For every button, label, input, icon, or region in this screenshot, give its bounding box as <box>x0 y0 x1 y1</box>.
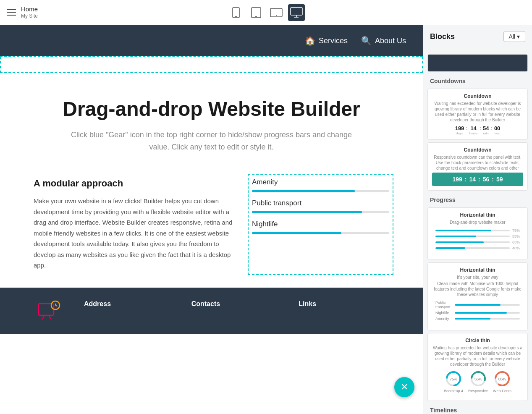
svg-line-11 <box>49 315 51 320</box>
footer-logo-icon <box>38 300 63 321</box>
content-section: A modular approach Make your own website… <box>0 161 423 288</box>
nav-about-label: About Us <box>375 37 406 45</box>
site-nav: 🏠 Services 🔍 About Us <box>0 25 423 56</box>
amenity-bar-fill-1 <box>252 211 362 213</box>
progress2-preview: Public transport Nightlife Amenity <box>432 297 523 326</box>
amenity-label-0: Amenity <box>252 178 389 186</box>
circle-label-webfonts: Web-Fonts <box>493 389 511 393</box>
right-panel: Blocks All ▾ Countdowns Countdown Waitin… <box>423 25 532 414</box>
all-filter-button[interactable]: All ▾ <box>503 31 525 42</box>
amenity-bar-fill-2 <box>252 232 341 234</box>
circle-responsive: 55% Responsive <box>468 370 488 393</box>
hero-subtitle[interactable]: Click blue "Gear" icon in the top right … <box>65 129 359 153</box>
device-desktop[interactable] <box>288 4 305 21</box>
progress2-desc: It's your site, your way <box>432 275 523 280</box>
svg-rect-6 <box>291 8 302 15</box>
section-title-countdowns: Countdowns <box>423 74 532 86</box>
countdown2-numbers: 199:14:56:59 <box>432 173 523 186</box>
svg-text:55%: 55% <box>474 377 482 381</box>
top-bar-left: Home My Site <box>7 5 74 19</box>
footer-section: Address Contacts Links <box>0 288 423 334</box>
progress1-preview: 75% 55% 65% 40% <box>432 225 523 255</box>
amenity-bar-bg-0 <box>252 190 389 192</box>
hero-section: Drag-and-drop Website Builder Click blue… <box>0 73 423 161</box>
progress2-subdesc: Clean made with Mobirise with 1000 helpf… <box>432 281 523 297</box>
progress2-title: Horizontal thin <box>432 267 523 273</box>
hero-title[interactable]: Drag-and-drop Website Builder <box>34 98 389 121</box>
section-title-progress: Progress <box>423 193 532 205</box>
nav-item-about[interactable]: 🔍 About Us <box>361 36 406 46</box>
block-card-progress2[interactable]: Horizontal thin It's your site, your way… <box>427 262 528 330</box>
countdown1-numbers: 199days : 14hours : 54min : 00sec <box>432 125 523 135</box>
dashed-top-section <box>0 56 423 73</box>
countdown2-desc: Responsive countdown can the panel with … <box>432 155 523 171</box>
my-site-label: My Site <box>21 13 38 19</box>
amenity-label-2: Nightlife <box>252 220 389 228</box>
amenity-item-0: Amenity <box>252 178 389 192</box>
circle-label-bootstrap: Bootstrap 4 <box>444 389 463 393</box>
countdown1-desc: Waiting has exceeded for website develop… <box>432 101 523 123</box>
footer-address-title: Address <box>84 300 175 308</box>
amenity-bar-fill-0 <box>252 190 355 192</box>
footer-col-links: Links <box>299 300 389 321</box>
block-card-top-hidden[interactable] <box>427 54 528 72</box>
device-tablet-landscape[interactable] <box>268 4 285 21</box>
svg-text:85%: 85% <box>498 377 506 381</box>
footer-links-title: Links <box>299 300 389 308</box>
nav-services-label: Services <box>319 37 348 45</box>
amenity-item-2: Nightlife <box>252 220 389 234</box>
main-layout: 🏠 Services 🔍 About Us Drag-and-drop Webs… <box>0 25 532 414</box>
blocks-title: Blocks <box>430 32 455 41</box>
countdown2-title: Countdown <box>432 147 523 153</box>
device-tablet[interactable] <box>248 4 265 21</box>
device-mobile[interactable] <box>228 4 244 21</box>
home-label: Home <box>21 5 38 13</box>
close-fab-button[interactable]: ✕ <box>394 377 414 397</box>
svg-text:75%: 75% <box>450 377 457 381</box>
hamburger-menu[interactable] <box>7 9 16 16</box>
footer-col-contacts: Contacts <box>191 300 282 321</box>
home-icon: 🏠 <box>305 36 315 46</box>
section-title-timelines: Timelines <box>423 404 532 414</box>
content-title[interactable]: A modular approach <box>34 178 235 189</box>
right-panel-header: Blocks All ▾ <box>423 25 532 48</box>
amenities-block: Amenity Public transport Nightlife <box>252 178 389 271</box>
nav-item-services[interactable]: 🏠 Services <box>305 36 348 46</box>
amenity-bar-bg-2 <box>252 232 389 234</box>
circle-bootstrap: 75% Bootstrap 4 <box>444 370 463 393</box>
circle-preview: 75% Bootstrap 4 55% Responsive <box>432 367 523 396</box>
progress1-desc: Drag-and-drop website maker <box>432 220 523 225</box>
content-left: A modular approach Make your own website… <box>34 178 235 271</box>
content-body[interactable]: Make your own website in a few clicks! B… <box>34 196 235 271</box>
circle-title: Circle thin <box>432 338 523 343</box>
block-card-progress1[interactable]: Horizontal thin Drag-and-drop website ma… <box>427 207 528 260</box>
footer-contacts-title: Contacts <box>191 300 282 308</box>
site-name: Home My Site <box>21 5 38 19</box>
all-button-label: All ▾ <box>509 33 520 40</box>
circle-desc: Waiting has proceeded for website develo… <box>432 345 523 367</box>
svg-line-14 <box>55 305 57 306</box>
block-card-countdown2[interactable]: Countdown Responsive countdown can the p… <box>427 142 528 191</box>
amenity-label-1: Public transport <box>252 199 389 207</box>
block-card-countdown1[interactable]: Countdown Waiting has exceeded for websi… <box>427 89 528 140</box>
search-icon: 🔍 <box>361 36 372 46</box>
countdown1-title: Countdown <box>432 93 523 99</box>
svg-line-10 <box>42 315 45 320</box>
footer-col-address: Address <box>84 300 175 321</box>
panel-scroll[interactable]: Countdowns Countdown Waiting has exceede… <box>423 48 532 414</box>
circle-webfonts: 85% Web-Fonts <box>493 370 511 393</box>
amenity-item-1: Public transport <box>252 199 389 213</box>
progress1-title: Horizontal thin <box>432 212 523 218</box>
canvas-area: 🏠 Services 🔍 About Us Drag-and-drop Webs… <box>0 25 423 414</box>
block-card-circle[interactable]: Circle thin Waiting has proceeded for we… <box>427 333 528 401</box>
circle-label-responsive: Responsive <box>468 389 488 393</box>
top-bar: Home My Site <box>0 0 532 25</box>
device-icons <box>74 4 458 21</box>
amenity-bar-bg-1 <box>252 211 389 213</box>
